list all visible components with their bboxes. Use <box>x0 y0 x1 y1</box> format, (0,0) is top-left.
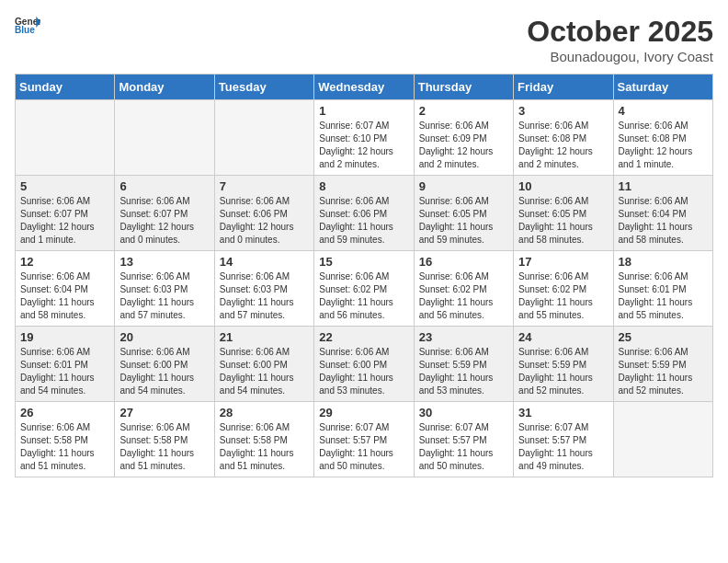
calendar-week-row: 5Sunrise: 6:06 AM Sunset: 6:07 PM Daylig… <box>16 176 713 251</box>
calendar-cell: 23Sunrise: 6:06 AM Sunset: 5:59 PM Dayli… <box>414 327 513 402</box>
logo: General Blue <box>15 15 40 35</box>
calendar-cell: 18Sunrise: 6:06 AM Sunset: 6:01 PM Dayli… <box>613 251 712 327</box>
day-number: 4 <box>619 104 708 118</box>
calendar-cell <box>115 100 214 176</box>
calendar-cell: 26Sunrise: 6:06 AM Sunset: 5:58 PM Dayli… <box>16 402 115 477</box>
day-info: Sunrise: 6:06 AM Sunset: 6:07 PM Dayligh… <box>119 195 209 247</box>
day-info: Sunrise: 6:07 AM Sunset: 5:57 PM Dayligh… <box>319 421 408 473</box>
calendar-cell: 20Sunrise: 6:06 AM Sunset: 6:00 PM Dayli… <box>115 327 214 402</box>
calendar-cell: 27Sunrise: 6:06 AM Sunset: 5:58 PM Dayli… <box>115 402 214 477</box>
day-info: Sunrise: 6:07 AM Sunset: 6:10 PM Dayligh… <box>319 120 408 171</box>
day-number: 19 <box>20 330 109 344</box>
calendar-cell: 21Sunrise: 6:06 AM Sunset: 6:00 PM Dayli… <box>214 327 313 402</box>
day-number: 17 <box>518 255 608 269</box>
calendar-cell: 29Sunrise: 6:07 AM Sunset: 5:57 PM Dayli… <box>314 402 414 477</box>
calendar-cell: 4Sunrise: 6:06 AM Sunset: 6:08 PM Daylig… <box>613 100 712 176</box>
calendar-week-row: 19Sunrise: 6:06 AM Sunset: 6:01 PM Dayli… <box>16 327 713 402</box>
day-info: Sunrise: 6:07 AM Sunset: 5:57 PM Dayligh… <box>419 421 508 473</box>
calendar-cell: 7Sunrise: 6:06 AM Sunset: 6:06 PM Daylig… <box>214 176 313 251</box>
calendar-cell: 22Sunrise: 6:06 AM Sunset: 6:00 PM Dayli… <box>314 327 414 402</box>
day-info: Sunrise: 6:06 AM Sunset: 6:06 PM Dayligh… <box>319 195 408 247</box>
day-info: Sunrise: 6:07 AM Sunset: 5:57 PM Dayligh… <box>518 421 608 473</box>
calendar-cell: 6Sunrise: 6:06 AM Sunset: 6:07 PM Daylig… <box>115 176 214 251</box>
calendar-cell <box>214 100 313 176</box>
day-number: 8 <box>319 179 408 193</box>
day-info: Sunrise: 6:06 AM Sunset: 6:04 PM Dayligh… <box>20 270 109 322</box>
day-number: 18 <box>619 255 708 269</box>
svg-text:Blue: Blue <box>15 25 35 35</box>
calendar-cell: 24Sunrise: 6:06 AM Sunset: 5:59 PM Dayli… <box>514 327 613 402</box>
day-number: 16 <box>419 255 508 269</box>
calendar-cell: 19Sunrise: 6:06 AM Sunset: 6:01 PM Dayli… <box>16 327 115 402</box>
location-title: Bounadougou, Ivory Coast <box>527 49 713 64</box>
calendar-cell: 28Sunrise: 6:06 AM Sunset: 5:58 PM Dayli… <box>214 402 313 477</box>
weekday-header-tuesday: Tuesday <box>214 75 313 100</box>
calendar-cell: 12Sunrise: 6:06 AM Sunset: 6:04 PM Dayli… <box>16 251 115 327</box>
calendar-week-row: 26Sunrise: 6:06 AM Sunset: 5:58 PM Dayli… <box>16 402 713 477</box>
day-info: Sunrise: 6:06 AM Sunset: 6:03 PM Dayligh… <box>220 270 309 322</box>
day-number: 29 <box>319 406 408 419</box>
weekday-header-row: SundayMondayTuesdayWednesdayThursdayFrid… <box>16 75 713 100</box>
calendar-table: SundayMondayTuesdayWednesdayThursdayFrid… <box>15 74 713 477</box>
title-area: October 2025 Bounadougou, Ivory Coast <box>527 15 713 64</box>
day-info: Sunrise: 6:06 AM Sunset: 6:04 PM Dayligh… <box>619 195 708 247</box>
day-info: Sunrise: 6:06 AM Sunset: 6:02 PM Dayligh… <box>319 270 408 322</box>
page-header: General Blue October 2025 Bounadougou, I… <box>15 15 713 64</box>
day-info: Sunrise: 6:06 AM Sunset: 6:05 PM Dayligh… <box>419 195 508 247</box>
day-number: 11 <box>619 179 708 193</box>
weekday-header-saturday: Saturday <box>613 75 712 100</box>
calendar-cell: 17Sunrise: 6:06 AM Sunset: 6:02 PM Dayli… <box>514 251 613 327</box>
day-info: Sunrise: 6:06 AM Sunset: 6:02 PM Dayligh… <box>518 270 608 322</box>
day-number: 26 <box>20 406 109 419</box>
day-info: Sunrise: 6:06 AM Sunset: 6:01 PM Dayligh… <box>619 270 708 322</box>
calendar-cell: 3Sunrise: 6:06 AM Sunset: 6:08 PM Daylig… <box>514 100 613 176</box>
calendar-cell: 15Sunrise: 6:06 AM Sunset: 6:02 PM Dayli… <box>314 251 414 327</box>
calendar-week-row: 12Sunrise: 6:06 AM Sunset: 6:04 PM Dayli… <box>16 251 713 327</box>
day-number: 21 <box>220 330 309 344</box>
weekday-header-thursday: Thursday <box>414 75 513 100</box>
calendar-cell: 31Sunrise: 6:07 AM Sunset: 5:57 PM Dayli… <box>514 402 613 477</box>
day-number: 9 <box>419 179 508 193</box>
day-number: 20 <box>119 330 209 344</box>
day-info: Sunrise: 6:06 AM Sunset: 6:00 PM Dayligh… <box>220 346 309 397</box>
day-number: 1 <box>319 104 408 118</box>
calendar-cell: 16Sunrise: 6:06 AM Sunset: 6:02 PM Dayli… <box>414 251 513 327</box>
day-info: Sunrise: 6:06 AM Sunset: 6:02 PM Dayligh… <box>419 270 508 322</box>
calendar-cell: 1Sunrise: 6:07 AM Sunset: 6:10 PM Daylig… <box>314 100 414 176</box>
calendar-week-row: 1Sunrise: 6:07 AM Sunset: 6:10 PM Daylig… <box>16 100 713 176</box>
calendar-cell: 11Sunrise: 6:06 AM Sunset: 6:04 PM Dayli… <box>613 176 712 251</box>
day-info: Sunrise: 6:06 AM Sunset: 5:58 PM Dayligh… <box>220 421 309 473</box>
day-number: 12 <box>20 255 109 269</box>
calendar-cell: 5Sunrise: 6:06 AM Sunset: 6:07 PM Daylig… <box>16 176 115 251</box>
calendar-cell: 13Sunrise: 6:06 AM Sunset: 6:03 PM Dayli… <box>115 251 214 327</box>
day-number: 6 <box>119 179 209 193</box>
calendar-cell: 2Sunrise: 6:06 AM Sunset: 6:09 PM Daylig… <box>414 100 513 176</box>
month-title: October 2025 <box>527 15 713 49</box>
day-info: Sunrise: 6:06 AM Sunset: 5:58 PM Dayligh… <box>20 421 109 473</box>
day-number: 28 <box>220 406 309 419</box>
calendar-cell: 10Sunrise: 6:06 AM Sunset: 6:05 PM Dayli… <box>514 176 613 251</box>
day-number: 5 <box>20 179 109 193</box>
day-number: 13 <box>119 255 209 269</box>
weekday-header-sunday: Sunday <box>16 75 115 100</box>
day-number: 23 <box>419 330 508 344</box>
day-info: Sunrise: 6:06 AM Sunset: 6:00 PM Dayligh… <box>119 346 209 397</box>
day-info: Sunrise: 6:06 AM Sunset: 6:08 PM Dayligh… <box>619 120 708 171</box>
day-info: Sunrise: 6:06 AM Sunset: 6:07 PM Dayligh… <box>20 195 109 247</box>
calendar-cell: 8Sunrise: 6:06 AM Sunset: 6:06 PM Daylig… <box>314 176 414 251</box>
day-info: Sunrise: 6:06 AM Sunset: 6:09 PM Dayligh… <box>419 120 508 171</box>
logo-icon: General Blue <box>15 15 40 35</box>
day-number: 25 <box>619 330 708 344</box>
day-number: 2 <box>419 104 508 118</box>
calendar-cell: 14Sunrise: 6:06 AM Sunset: 6:03 PM Dayli… <box>214 251 313 327</box>
calendar-cell <box>613 402 712 477</box>
day-number: 24 <box>518 330 608 344</box>
day-info: Sunrise: 6:06 AM Sunset: 6:08 PM Dayligh… <box>518 120 608 171</box>
day-number: 10 <box>518 179 608 193</box>
day-info: Sunrise: 6:06 AM Sunset: 6:05 PM Dayligh… <box>518 195 608 247</box>
day-number: 15 <box>319 255 408 269</box>
day-number: 30 <box>419 406 508 419</box>
day-info: Sunrise: 6:06 AM Sunset: 6:06 PM Dayligh… <box>220 195 309 247</box>
day-number: 3 <box>518 104 608 118</box>
calendar-cell: 30Sunrise: 6:07 AM Sunset: 5:57 PM Dayli… <box>414 402 513 477</box>
